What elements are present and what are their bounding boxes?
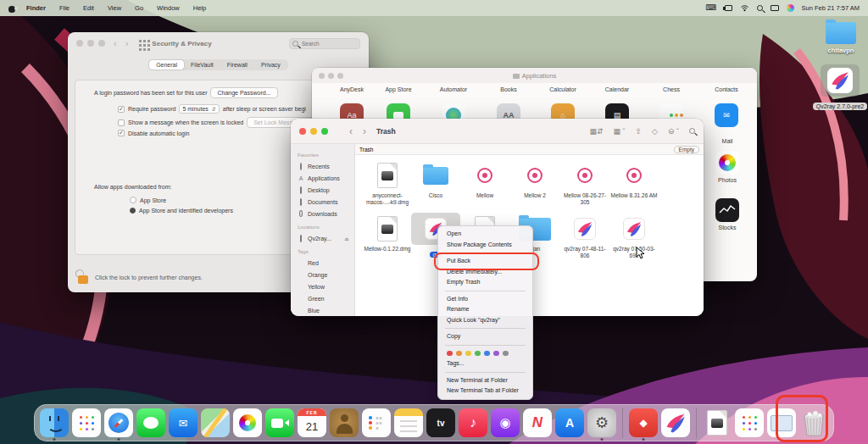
menu-go[interactable]: Go (128, 4, 150, 12)
dock-facetime[interactable] (265, 408, 294, 437)
menu-item-delete-immediately[interactable]: Delete Immediately... (438, 267, 532, 278)
tab-general[interactable]: General (149, 60, 184, 69)
tab-firewall[interactable]: Firewall (220, 60, 254, 69)
tag-yellow-icon[interactable] (465, 351, 471, 357)
radio-app-store[interactable] (130, 197, 136, 203)
menu-item-put-back[interactable]: Put Back (438, 256, 532, 267)
dock-music[interactable]: ♪ (459, 408, 487, 437)
dock-calendar[interactable]: FEB21 (298, 408, 326, 437)
show-all-icon[interactable] (139, 40, 142, 42)
menu-edit[interactable]: Edit (76, 4, 101, 12)
app-label-contacts[interactable]: Contacts (715, 86, 738, 92)
interval-select[interactable]: 5 minutes ⇵ (179, 104, 219, 114)
menu-item-new-terminal[interactable]: New Terminal at Folder (438, 375, 532, 386)
unlocked-padlock-icon[interactable] (78, 275, 88, 284)
back-icon[interactable]: ‹ (349, 125, 353, 137)
sidebar-tag-orange[interactable]: Orange (298, 269, 354, 280)
menu-window[interactable]: Window (150, 4, 186, 12)
menu-file[interactable]: File (53, 4, 76, 12)
tag-green-icon[interactable] (475, 351, 481, 357)
dock-anydesk[interactable]: ◆ (629, 408, 658, 437)
share-icon[interactable]: ⇧ (635, 127, 642, 136)
sidebar-tag-green[interactable]: Green (298, 292, 354, 304)
app-item-mail[interactable]: Mail Photos Stocks (702, 136, 753, 230)
menu-item-tags[interactable]: Tags... (438, 358, 532, 369)
tab-filevault[interactable]: FileVault (184, 60, 220, 69)
menu-help[interactable]: Help (186, 4, 213, 12)
stage-manager-icon[interactable] (725, 5, 732, 11)
mail-icon[interactable]: ✉ (715, 103, 738, 127)
file-anyconnect-dmg[interactable]: anyconnect-macos-...-k9.dmg (363, 159, 412, 205)
file-mellow-08[interactable]: Mellow 08-26-27-305 (560, 159, 609, 205)
tag-red-icon[interactable] (447, 351, 453, 357)
group-icon[interactable]: ▦⇵ (589, 127, 603, 136)
display-icon[interactable] (771, 5, 779, 11)
change-password-button[interactable]: Change Password... (210, 87, 277, 98)
dock-safari[interactable] (104, 408, 133, 437)
tag-blue-icon[interactable] (484, 351, 490, 357)
app-label-anydesk[interactable]: AnyDesk (340, 86, 364, 92)
view-icon[interactable]: ▦ ˇ (613, 127, 625, 136)
app-label-app-store[interactable]: App Store (385, 86, 411, 92)
file-cisco-folder[interactable]: Cisco (411, 159, 460, 199)
dock-photos[interactable] (233, 408, 262, 437)
app-label-books[interactable]: Books (500, 86, 516, 92)
radio-app-store-identified[interactable] (130, 208, 136, 214)
file-mellow-831[interactable]: Mellow 8.31.26 AM (609, 159, 659, 199)
sidebar-item-applications[interactable]: AApplications (298, 172, 354, 184)
file-mellow[interactable]: Mellow (460, 159, 509, 199)
dock-mail[interactable]: ✉ (169, 408, 198, 437)
eject-icon[interactable]: ⏏ (344, 236, 349, 241)
tag-icon[interactable]: ◇ (652, 127, 658, 136)
app-label-calculator[interactable]: Calculator (549, 86, 576, 92)
close-button[interactable] (299, 128, 306, 135)
dock-launchpad[interactable] (72, 408, 101, 437)
dock-tv[interactable]: tv (426, 408, 455, 437)
minimize-button[interactable] (310, 128, 317, 135)
sidebar-tag-blue[interactable]: Blue (298, 304, 354, 316)
tag-orange-icon[interactable] (456, 351, 462, 357)
zoom-button[interactable] (98, 40, 105, 47)
dock-disk-image[interactable] (703, 408, 732, 437)
tab-privacy[interactable]: Privacy (254, 60, 287, 69)
dock-contacts[interactable] (330, 408, 359, 437)
menu-item-show-package-contents[interactable]: Show Package Contents (438, 240, 532, 251)
dock-app-store[interactable]: A (555, 408, 584, 437)
dock-system-preferences[interactable]: ⚙ (587, 408, 616, 437)
file-qv2ray-0750[interactable]: qv2ray 07-50-03-692 (609, 213, 659, 258)
file-qv2ray-0748[interactable]: qv2ray 07-48-11-806 (560, 213, 609, 258)
menu-item-new-terminal-tab[interactable]: New Terminal Tab at Folder (438, 386, 532, 397)
desktop-icon-chitavpn[interactable]: chitavpn (819, 22, 863, 54)
app-label-calendar[interactable]: Calendar (605, 86, 629, 92)
dock-podcasts[interactable]: ◉ (491, 408, 520, 437)
dock-reminders[interactable] (362, 408, 391, 437)
siri-icon[interactable] (787, 4, 794, 12)
dock-messages[interactable] (136, 408, 165, 437)
zoom-button[interactable] (321, 128, 328, 135)
app-label-automator[interactable]: Automator (440, 86, 467, 92)
spotlight-icon[interactable] (757, 5, 763, 11)
sidebar-item-recents[interactable]: Recents (298, 160, 354, 172)
file-mellow-2[interactable]: Mellow 2 (510, 159, 559, 199)
keyboard-icon[interactable]: ⌨ (706, 4, 717, 12)
dock-applications-stack[interactable] (735, 408, 764, 437)
close-button[interactable] (76, 40, 83, 47)
dock-maps[interactable] (201, 408, 230, 437)
file-mellow-dmg[interactable]: Mellow-0.1.22.dmg (363, 213, 412, 253)
apple-logo-icon[interactable] (8, 4, 16, 13)
menu-item-open[interactable]: Open (438, 229, 532, 240)
menu-bar-clock[interactable]: Sun Feb 21 7:57 AM (802, 4, 860, 12)
empty-trash-button[interactable]: Empty (674, 146, 699, 153)
tag-purple-icon[interactable] (493, 351, 499, 357)
back-icon[interactable]: ‹ (114, 38, 117, 48)
menu-item-empty-trash[interactable]: Empty Trash (438, 277, 532, 288)
sidebar-item-qv2ray-disk[interactable]: Qv2ray...⏏ (298, 232, 354, 244)
more-icon[interactable]: ⊖ ˇ (668, 127, 679, 136)
dock-qv2ray[interactable] (661, 408, 690, 437)
app-label-chess[interactable]: Chess (663, 86, 680, 92)
search-icon[interactable] (689, 128, 695, 134)
dock-notes[interactable] (394, 408, 423, 437)
menu-view[interactable]: View (101, 4, 128, 12)
require-password-checkbox[interactable]: ✓ (118, 106, 125, 113)
search-field[interactable] (289, 38, 360, 49)
